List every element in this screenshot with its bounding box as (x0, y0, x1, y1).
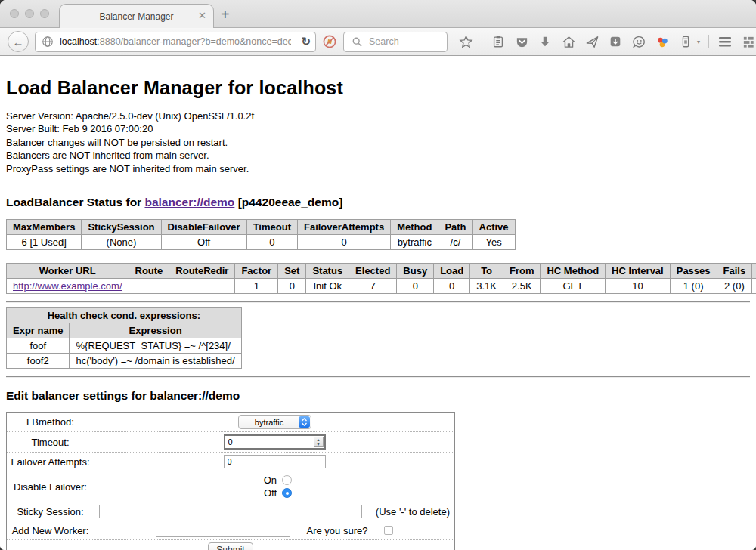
bookmark-star-icon[interactable] (458, 34, 473, 49)
panel-arrow-icon[interactable] (608, 34, 623, 49)
color-dots-icon[interactable] (655, 34, 670, 49)
pocket-icon[interactable] (514, 34, 529, 49)
lbmethod-label: LBmethod: (7, 412, 94, 432)
healthcheck-header-row: Expr name Expression (7, 323, 242, 338)
server-built-line: Server Built: Feb 9 2016 07:00:20 (6, 122, 750, 135)
search-icon (349, 34, 364, 49)
cell-fails: 2 (0) (717, 279, 752, 294)
cell-from: 2.5K (503, 279, 541, 294)
col-route: Route (129, 264, 169, 279)
window-minimize-button[interactable] (25, 9, 34, 18)
send-icon[interactable] (584, 34, 600, 49)
cell-method: bytraffic (391, 235, 438, 250)
cell-expression-1: %{REQUEST_STATUS} =~ /^[234]/ (70, 338, 241, 354)
timeout-input[interactable]: 0 ▴▾ (224, 434, 326, 450)
col-set: Set (278, 264, 306, 279)
new-tab-button[interactable]: + (221, 6, 230, 23)
healthcheck-row-foof: foof %{REQUEST_STATUS} =~ /^[234]/ (7, 338, 242, 354)
sticky-session-label: Sticky Session: (7, 502, 94, 521)
col-disablefailover: DisableFailover (161, 220, 246, 235)
window-controls (10, 9, 49, 18)
browser-window: Balancer Manager ✕ + ← localhost:8880/ba… (0, 0, 756, 550)
cell-maxmembers: 6 [1 Used] (7, 235, 82, 250)
download-icon[interactable] (538, 34, 553, 49)
chat-smiley-icon[interactable] (631, 34, 646, 49)
cell-stickysession: (None) (82, 235, 161, 250)
cell-active: Yes (472, 235, 515, 250)
page-title: Load Balancer Manager for localhost (6, 77, 750, 99)
url-text[interactable]: localhost:8880/balancer-manager?b=demo&n… (60, 36, 291, 47)
failover-attempts-label: Failover Attempts: (7, 453, 94, 471)
tiles-icon[interactable] (741, 34, 756, 49)
cell-hc-uri (752, 279, 756, 294)
sticky-session-hint: (Use '-' to delete) (376, 506, 450, 518)
cell-expression-2: hc('body') =~ /domain is established/ (70, 354, 241, 369)
failover-on-radio[interactable] (282, 475, 292, 485)
edit-settings-heading: Edit balancer settings for balancer://de… (6, 389, 750, 403)
failover-attempts-input[interactable] (224, 455, 326, 468)
cell-expr-name-1: foof (7, 338, 70, 354)
toolbar-icons: ▾ (458, 34, 756, 49)
are-you-sure-checkbox[interactable] (384, 526, 393, 535)
url-domain: localhost (60, 36, 97, 47)
disable-failover-label: Disable Failover: (7, 471, 94, 502)
divider-1 (6, 301, 750, 303)
tab-close-icon[interactable]: ✕ (198, 11, 206, 21)
back-button[interactable]: ← (8, 31, 29, 52)
col-expr-name: Expr name (7, 323, 70, 338)
cell-passes: 1 (0) (670, 279, 717, 294)
balancer-demo-link[interactable]: balancer://demo (144, 196, 234, 209)
col-maxmembers: MaxMembers (7, 220, 82, 235)
server-info: Server Version: Apache/2.5.0-dev (Unix) … (6, 110, 750, 175)
balancer-header-row: MaxMembers StickySession DisableFailover… (7, 220, 516, 235)
status-heading-prefix: LoadBalancer Status for (6, 196, 144, 209)
container-icon[interactable] (678, 34, 693, 49)
toolbar-divider-2 (708, 35, 709, 48)
container-dropdown-caret[interactable]: ▾ (697, 39, 700, 45)
cell-disablefailover: Off (161, 235, 246, 250)
url-bar[interactable]: localhost:8880/balancer-manager?b=demo&n… (35, 32, 316, 52)
failover-off-radio[interactable] (282, 488, 292, 498)
cell-failoverattempts: 0 (297, 235, 390, 250)
disable-failover-row: Disable Failover: On Off (7, 471, 455, 502)
add-worker-row: Add New Worker: Are you sure? (7, 521, 455, 540)
col-hc-interval: HC Interval (606, 264, 671, 279)
worker-url-link[interactable]: http://www.example.com/ (13, 280, 122, 292)
cell-busy: 0 (397, 279, 434, 294)
failover-off-label: Off (257, 487, 277, 499)
lbmethod-select[interactable]: bytraffic (238, 415, 311, 429)
reload-icon[interactable]: ↻ (301, 35, 311, 48)
submit-button[interactable]: Submit (208, 542, 253, 550)
cell-routeredir (169, 279, 235, 294)
search-bar[interactable]: Search (343, 32, 448, 52)
reading-list-icon[interactable] (491, 34, 506, 49)
hamburger-menu-icon[interactable] (717, 34, 733, 49)
inherit-notice-line: Balancers are NOT inherited from main se… (6, 149, 750, 162)
col-hc-uri: HC uri (752, 264, 756, 279)
worker-header-row: Worker URL Route RouteRedir Factor Set S… (7, 264, 756, 279)
cell-expr-name-2: foof2 (7, 354, 70, 369)
plugin-blocked-icon[interactable] (322, 34, 337, 49)
are-you-sure-label: Are you sure? (307, 525, 368, 536)
col-routeredir: RouteRedir (169, 264, 235, 279)
cell-to: 3.1K (470, 279, 503, 294)
add-worker-input[interactable] (156, 524, 290, 537)
back-arrow-icon: ← (13, 36, 24, 48)
select-stepper-icon (299, 416, 310, 428)
tab-balancer-manager[interactable]: Balancer Manager ✕ (59, 4, 214, 28)
col-path: Path (438, 220, 472, 235)
col-factor: Factor (235, 264, 278, 279)
window-close-button[interactable] (10, 9, 19, 18)
cell-path: /c/ (438, 235, 472, 250)
sticky-session-input[interactable] (99, 505, 362, 518)
window-zoom-button[interactable] (40, 9, 49, 18)
col-load: Load (434, 264, 470, 279)
cell-load: 0 (434, 279, 470, 294)
timeout-label: Timeout: (7, 432, 94, 453)
number-stepper-icon[interactable]: ▴▾ (314, 437, 324, 447)
sticky-session-row: Sticky Session: (Use '-' to delete) (7, 502, 455, 521)
cell-factor: 1 (235, 279, 278, 294)
home-icon[interactable] (561, 34, 576, 49)
balancer-data-row: 6 [1 Used] (None) Off 0 0 bytraffic /c/ … (7, 235, 516, 250)
col-elected: Elected (349, 264, 397, 279)
